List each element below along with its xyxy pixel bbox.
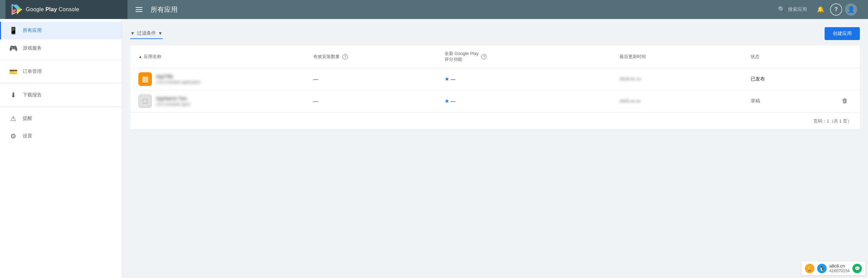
col-header-rating: 全新 Google Play评分功能 ? xyxy=(445,51,619,62)
header-logo-area: Google Play Console xyxy=(5,0,127,19)
col-status-label: 状态 xyxy=(751,54,760,59)
table-row: □ AppName Two com.example.app2 — ★ — 202… xyxy=(130,90,860,112)
help-icon: ? xyxy=(834,6,838,13)
app-name-1[interactable]: AppTitle xyxy=(156,74,201,79)
sidebar-item-settings[interactable]: ⚙ 设置 xyxy=(0,127,122,145)
account-icon: 👤 xyxy=(847,6,855,13)
sidebar-item-game-services[interactable]: 🎮 游戏服务 xyxy=(0,39,122,57)
col-app-name-label: 应用名称 xyxy=(144,54,161,60)
svg-marker-1 xyxy=(12,5,17,10)
filter-button[interactable]: ▼ 过滤条件 ▼ xyxy=(130,28,163,39)
cell-status-1: 已发布 xyxy=(751,76,838,82)
main-layout: 📱 所有应用 🎮 游戏服务 💳 订单管理 ⬇ 下载报告 ⚠ 提醒 ⚙ 设置 xyxy=(0,19,868,278)
notification-icon: 🔔 xyxy=(817,6,824,13)
download-report-icon: ⬇ xyxy=(9,91,17,99)
cell-installs-2: — xyxy=(313,98,445,104)
sidebar-item-order-management[interactable]: 💳 订单管理 xyxy=(0,63,122,80)
filter-bar: ▼ 过滤条件 ▼ 创建应用 xyxy=(130,27,860,40)
app-info-2: □ AppName Two com.example.app2 xyxy=(138,94,313,108)
sidebar-item-order-management-label: 订单管理 xyxy=(23,69,42,75)
hamburger-line-3 xyxy=(136,11,142,12)
filter-dropdown-icon: ▼ xyxy=(158,31,163,36)
game-services-icon: 🎮 xyxy=(9,44,17,52)
svg-marker-2 xyxy=(17,5,22,10)
sidebar-item-all-apps[interactable]: 📱 所有应用 xyxy=(0,22,122,39)
account-button[interactable]: 👤 xyxy=(845,3,857,16)
sidebar-item-settings-label: 设置 xyxy=(23,133,32,139)
logo: Google Play Console xyxy=(11,3,79,16)
sidebar-item-reminders[interactable]: ⚠ 提醒 xyxy=(0,110,122,127)
hamburger-line-2 xyxy=(136,9,142,10)
app-icon-1: ▦ xyxy=(138,72,152,86)
main-content: ▼ 过滤条件 ▼ 创建应用 ▲ 应用名称 有效安装数量 ? 全新 Google … xyxy=(122,19,868,278)
rating-info-icon[interactable]: ? xyxy=(481,54,487,59)
rating-value-1: — xyxy=(451,76,455,82)
watermark-site: a8c8.cn 416070154 xyxy=(829,263,850,273)
logo-text: Google Play Console xyxy=(26,6,79,13)
search-placeholder-text: 搜索应用 xyxy=(788,6,807,13)
settings-icon: ⚙ xyxy=(9,132,17,140)
sidebar-item-reminders-label: 提醒 xyxy=(23,115,32,122)
app-details-2: AppName Two com.example.app2 xyxy=(156,96,190,107)
rating-value-2: — xyxy=(451,98,455,104)
cell-rating-1: ★ — xyxy=(445,76,619,82)
watermark-avatar-1: 🏆 xyxy=(805,264,814,273)
sort-arrow-icon: ▲ xyxy=(138,54,142,59)
cell-actions-2[interactable]: 🗑 xyxy=(838,96,852,106)
col-header-updated: 最后更新时间 xyxy=(619,54,751,60)
cell-installs-1: — xyxy=(313,76,445,82)
col-installs-label: 有效安装数量 xyxy=(313,54,340,60)
play-store-logo-icon xyxy=(11,3,23,16)
col-header-status: 状态 xyxy=(751,54,838,60)
all-apps-icon: 📱 xyxy=(9,26,17,35)
search-bar[interactable]: 🔍 搜索应用 xyxy=(774,4,811,15)
sidebar-item-download-report[interactable]: ⬇ 下载报告 xyxy=(0,86,122,104)
create-app-button[interactable]: 创建应用 xyxy=(825,27,860,40)
sidebar-item-all-apps-label: 所有应用 xyxy=(23,27,42,34)
app-id-2: com.example.app2 xyxy=(156,102,190,107)
watermark-avatar-qq: 🐧 xyxy=(817,264,827,273)
col-header-installs: 有效安装数量 ? xyxy=(313,54,445,60)
col-header-app-name[interactable]: ▲ 应用名称 xyxy=(138,54,313,60)
filter-label: 过滤条件 xyxy=(137,30,156,36)
pagination: 页码：1（共 1 页） xyxy=(130,112,860,130)
sidebar-item-game-services-label: 游戏服务 xyxy=(23,45,42,51)
hamburger-button[interactable] xyxy=(133,4,145,15)
star-icon-2: ★ xyxy=(445,98,449,104)
svg-marker-4 xyxy=(17,10,22,14)
filter-icon: ▼ xyxy=(130,31,135,36)
pagination-text: 页码：1（共 1 页） xyxy=(813,118,852,124)
sidebar-divider-1 xyxy=(0,60,122,60)
cell-updated-2: 2020.xx.xx xyxy=(619,98,751,104)
watermark: 🏆 🐧 a8c8.cn 416070154 💬 xyxy=(802,261,865,275)
app-name-2[interactable]: AppName Two xyxy=(156,96,190,101)
help-button[interactable]: ? xyxy=(830,3,842,16)
apps-table: ▲ 应用名称 有效安装数量 ? 全新 Google Play评分功能 ? 最后更… xyxy=(130,45,860,130)
installs-info-icon[interactable]: ? xyxy=(342,54,348,59)
sidebar-item-download-report-label: 下载报告 xyxy=(23,92,42,98)
col-updated-label: 最后更新时间 xyxy=(619,54,646,59)
delete-app-2-button[interactable]: 🗑 xyxy=(841,96,849,106)
notifications-button[interactable]: 🔔 xyxy=(814,3,827,16)
header-main: 所有应用 🔍 搜索应用 🔔 ? 👤 xyxy=(127,0,863,19)
app-details-1: AppTitle com.example.application xyxy=(156,74,201,85)
cell-updated-1: 2019.01.1x xyxy=(619,76,751,81)
sidebar-divider-3 xyxy=(0,107,122,107)
cell-rating-2: ★ — xyxy=(445,98,619,104)
search-icon: 🔍 xyxy=(778,6,785,13)
app-info-1: ▦ AppTitle com.example.application xyxy=(138,72,313,86)
order-management-icon: 💳 xyxy=(9,68,17,76)
table-header: ▲ 应用名称 有效安装数量 ? 全新 Google Play评分功能 ? 最后更… xyxy=(130,45,860,68)
sidebar-divider-2 xyxy=(0,83,122,84)
page-title: 所有应用 xyxy=(151,5,178,14)
watermark-avatar-wx: 💬 xyxy=(852,264,862,273)
col-rating-label: 全新 Google Play评分功能 xyxy=(445,51,478,62)
star-icon-1: ★ xyxy=(445,76,449,82)
reminders-icon: ⚠ xyxy=(9,114,17,123)
hamburger-line-1 xyxy=(136,7,142,8)
top-header: Google Play Console 所有应用 🔍 搜索应用 🔔 ? 👤 xyxy=(0,0,868,19)
table-row: ▦ AppTitle com.example.application — ★ —… xyxy=(130,68,860,90)
cell-status-2: 草稿 xyxy=(751,98,838,104)
sidebar: 📱 所有应用 🎮 游戏服务 💳 订单管理 ⬇ 下载报告 ⚠ 提醒 ⚙ 设置 xyxy=(0,19,122,278)
header-actions: 🔍 搜索应用 🔔 ? 👤 xyxy=(774,3,857,16)
